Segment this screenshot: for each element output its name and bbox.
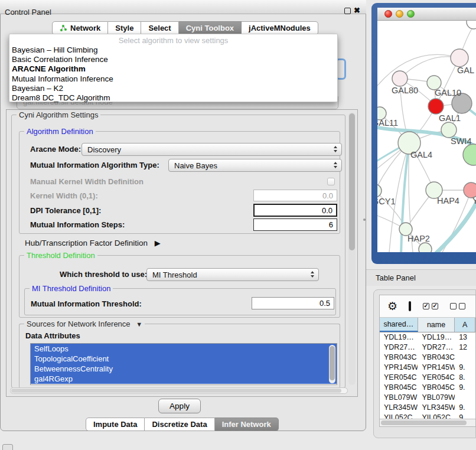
table-row[interactable]: YER054CYER054C8.: [380, 373, 475, 383]
columns-icon[interactable]: [409, 301, 411, 311]
network-window-titlebar[interactable]: [377, 8, 476, 21]
settings-vertical-scrollbar[interactable]: [348, 112, 356, 385]
table-cell: YPR145W: [380, 363, 418, 373]
network-node-gcy1[interactable]: [377, 184, 382, 197]
bottom-tab-bar: Impute DataDiscretize DataInfer Network: [86, 418, 279, 431]
network-node-label: GAL80: [392, 86, 418, 95]
table-row[interactable]: YLR345WYLR345W9.: [380, 403, 475, 413]
dpi-tolerance-field[interactable]: 0.0: [253, 204, 337, 217]
table-row[interactable]: YPR145WYPR145W9.: [380, 363, 475, 373]
table-row[interactable]: YBL079WYBL079W: [380, 393, 475, 403]
network-node-label: GAL: [457, 66, 474, 75]
deselect-all-icon[interactable]: [450, 303, 465, 309]
algorithm-option[interactable]: Dream8 DC_TDC Algorithm: [9, 93, 337, 103]
attribute-item[interactable]: gal4RGexp: [31, 374, 337, 384]
mini-window-icon[interactable]: [2, 444, 13, 450]
attribute-item[interactable]: SelfLoops: [31, 344, 337, 354]
network-node[interactable]: [463, 144, 476, 165]
algorithm-option[interactable]: Bayesian – K2: [9, 84, 337, 93]
tab-network[interactable]: Network: [52, 21, 108, 35]
mi-threshold-definition-title: MI Threshold Definition: [30, 284, 113, 293]
tab-jactivemnodules[interactable]: jActiveMNodules: [242, 21, 318, 35]
table-cell: YDL19…: [418, 332, 455, 343]
tab-label: Select: [148, 24, 171, 32]
tab-label: jActiveMNodules: [249, 24, 311, 32]
tab-label: Impute Data: [93, 420, 137, 429]
gear-icon[interactable]: ⚙: [387, 301, 397, 312]
tab-style[interactable]: Style: [108, 21, 141, 35]
algorithm-dropdown-popup: Select algorithm to view settings Bayesi…: [9, 34, 338, 102]
network-node[interactable]: [419, 243, 432, 252]
tab-cyni-toolbox[interactable]: Cyni Toolbox: [179, 21, 242, 35]
table-toolbar: ⚙ ✓✓: [380, 295, 475, 318]
data-attributes-list[interactable]: SelfLoopsTopologicalCoefficientBetweenne…: [30, 343, 337, 385]
combo-stepper-icon: [311, 271, 314, 278]
table-cell: YER054C: [418, 373, 455, 383]
column-header[interactable]: shared…: [380, 318, 418, 332]
attributes-list-scrollbar[interactable]: [329, 345, 335, 383]
network-node-gal1[interactable]: [428, 99, 444, 114]
sources-title: Sources for Network Inference ▼: [24, 319, 145, 328]
column-header[interactable]: name: [418, 318, 455, 332]
close-traffic-light-icon[interactable]: [384, 10, 392, 18]
attribute-item[interactable]: TopologicalCoefficient: [31, 354, 337, 364]
table-row[interactable]: YDL19…YDL19…13: [380, 332, 475, 343]
float-window-icon[interactable]: [344, 8, 351, 14]
bottom-tab-infer-network[interactable]: Infer Network: [215, 418, 279, 431]
network-node-swi4[interactable]: [441, 122, 457, 138]
algorithm-definition-title: Algorithm Definition: [24, 127, 96, 136]
network-node-gal[interactable]: [451, 49, 468, 67]
mi-threshold-definition-group: MI Threshold Definition Mutual Informati…: [24, 288, 336, 315]
aracne-mode-value: Discovery: [87, 145, 121, 154]
bottom-tab-discretize-data[interactable]: Discretize Data: [145, 418, 214, 431]
attribute-item[interactable]: BetweennessCentrality: [31, 364, 337, 374]
mi-steps-field[interactable]: 6: [253, 219, 337, 231]
table-row[interactable]: YBR045CYBR045C9.: [380, 383, 475, 393]
table-cell: YDL19…: [380, 332, 418, 343]
bottom-tab-impute-data[interactable]: Impute Data: [86, 418, 145, 431]
algorithm-option[interactable]: ARACNE Algorithm: [9, 64, 337, 74]
table-row[interactable]: YDR27…YDR27…12: [380, 343, 475, 353]
panel-divider-handle[interactable]: [363, 219, 366, 221]
table-panel-inner: ⚙ ✓✓ shared…nameA YDL19…YDL19…13YDR27…YD…: [379, 295, 476, 427]
table-header-row: shared…nameA: [380, 318, 475, 332]
kernel-width-field[interactable]: 0.0: [253, 190, 337, 201]
hub-definition-toggle[interactable]: Hub/Transcription Factor Definition ▶: [25, 239, 161, 247]
which-threshold-value: MI Threshold: [152, 270, 197, 279]
column-header[interactable]: A: [455, 318, 475, 332]
network-canvas[interactable]: GALGAL80GAL10GAL1GAL11SWI4GAL4GCY1HAP4YH…: [377, 21, 476, 252]
network-node-label: GAL1: [439, 113, 461, 123]
aracne-mode-combobox[interactable]: Discovery: [81, 143, 342, 156]
data-attributes-label: Data Attributes: [25, 331, 80, 340]
sources-title-text: Sources for Network Inference: [27, 319, 131, 328]
network-node-label: HAP2: [407, 234, 430, 243]
manual-kernel-width-checkbox[interactable]: [327, 178, 335, 185]
network-node-label: GCY1: [377, 197, 396, 206]
which-threshold-combobox[interactable]: MI Threshold: [146, 268, 319, 281]
algorithm-option[interactable]: Basic Correlation Inference: [9, 55, 337, 64]
table-cell: 13: [455, 332, 475, 343]
close-icon[interactable]: ✖: [354, 6, 360, 15]
algorithm-option[interactable]: Mutual Information Inference: [9, 74, 337, 84]
select-all-icon[interactable]: ✓✓: [423, 303, 438, 309]
mi-type-value: Naive Bayes: [174, 161, 217, 170]
table-cell: YBR045C: [418, 383, 455, 393]
sources-group: Sources for Network Inference ▼ Data Att…: [19, 324, 340, 388]
collapse-arrow-icon[interactable]: ▼: [136, 321, 142, 328]
network-node[interactable]: [467, 21, 476, 29]
table-cell: YBR043C: [380, 353, 418, 363]
tab-label: Cyni Toolbox: [186, 24, 234, 32]
tab-select[interactable]: Select: [141, 21, 178, 35]
zoom-traffic-light-icon[interactable]: [407, 10, 415, 18]
table-horizontal-scrollbar[interactable]: [380, 419, 475, 426]
minimize-traffic-light-icon[interactable]: [396, 10, 403, 18]
mi-threshold-field[interactable]: 0.5: [252, 297, 334, 309]
hub-definition-label: Hub/Transcription Factor Definition: [25, 239, 148, 247]
algorithm-option[interactable]: Bayesian – Hill Climbing: [9, 45, 337, 55]
network-tab-icon: [60, 24, 67, 32]
network-node-gal80[interactable]: [392, 71, 407, 86]
apply-button[interactable]: Apply: [158, 399, 201, 413]
settings-horizontal-scrollbar[interactable]: [10, 387, 348, 394]
table-row[interactable]: YBR043CYBR043C: [380, 353, 475, 363]
mi-algorithm-type-combobox[interactable]: Naive Bayes: [168, 159, 342, 172]
